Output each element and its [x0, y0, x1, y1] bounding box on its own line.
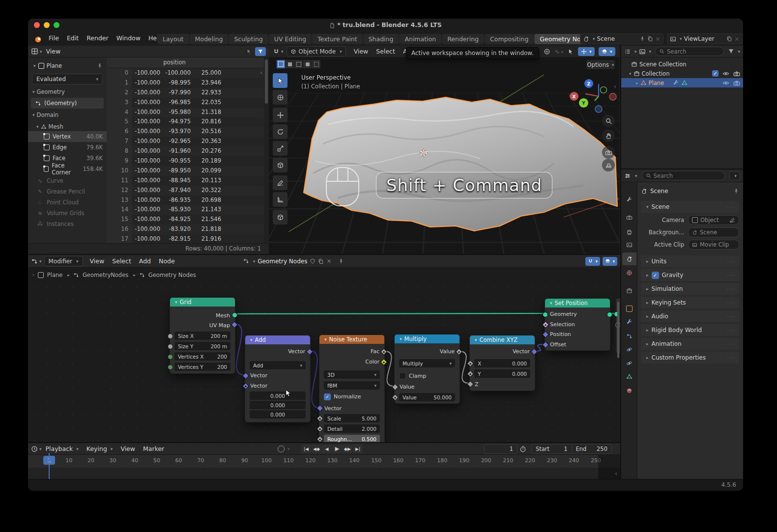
multiply-value-field[interactable]: Value50.000 [399, 393, 455, 401]
panel-simulation[interactable]: ▸Simulation···· [641, 283, 739, 295]
pin-icon[interactable] [338, 258, 344, 264]
camera-field[interactable]: Object [688, 215, 739, 225]
remove-viewlayer-icon[interactable] [734, 36, 740, 42]
node-tree-type-dropdown[interactable]: Modifier▾ [44, 256, 83, 266]
use-preview-range-icon[interactable] [519, 446, 526, 452]
domain-row-face-corner[interactable]: Face Corner158.4K [28, 164, 107, 174]
hide-eye-icon[interactable] [722, 80, 729, 86]
table-row[interactable]: 13-100.000-86.93520.698 [107, 196, 264, 205]
panel-scene[interactable]: ▾ Scene ···· [641, 201, 739, 213]
drag-handle-icon[interactable]: ···· [727, 314, 735, 319]
play-reverse-button[interactable]: ◀ [322, 445, 332, 453]
table-row[interactable]: 0-100.000-100.00025.000 [107, 68, 264, 78]
axis-neg-y-handle[interactable] [601, 87, 607, 93]
drag-handle-icon[interactable]: ···· [727, 286, 735, 292]
evaluation-state-dropdown[interactable]: Evaluated ▾ [32, 74, 103, 84]
table-row[interactable]: 8-100.000-91.96020.276 [107, 146, 264, 156]
fake-user-shield-icon[interactable] [310, 258, 316, 264]
new-tree-icon[interactable] [318, 258, 324, 264]
drag-handle-icon[interactable]: ···· [727, 259, 735, 264]
collection-checkbox[interactable]: ✓ [712, 70, 719, 77]
table-row[interactable]: 6-100.000-93.97020.516 [107, 127, 264, 137]
tab-modifiers[interactable] [622, 315, 636, 328]
breadcrumb-object[interactable]: Plane [47, 272, 63, 279]
workspace-tab-compositing[interactable]: Compositing [485, 34, 534, 44]
node-tree-selector[interactable]: ▾ Geometry Nodes [243, 258, 345, 265]
table-row[interactable]: 5-100.000-94.97520.816 [107, 117, 264, 127]
next-keyframe-button[interactable]: ◆▶ [343, 445, 352, 453]
socket-in-vertices-y[interactable] [168, 364, 173, 370]
node-vector-add[interactable]: ▾Add Vector Add▾ Vector Vector 0.000 0.0… [245, 335, 311, 422]
tab-output[interactable] [622, 225, 636, 238]
tab-render[interactable] [622, 211, 636, 224]
tool-scale[interactable] [273, 141, 288, 156]
drag-handle-icon[interactable]: ···· [727, 355, 735, 361]
render-visibility-icon[interactable] [733, 70, 740, 77]
table-row[interactable]: 17-100.000-82.91521.916 [107, 234, 264, 244]
noise-detail-field[interactable]: Detail2.000 [324, 424, 380, 433]
table-row[interactable]: 7-100.000-92.96520.363 [107, 137, 264, 146]
axis-y-handle[interactable]: Y [579, 98, 588, 108]
workspace-tab-texture-paint[interactable]: Texture Paint [312, 34, 363, 44]
section-domain[interactable]: ▾ Domain [28, 111, 107, 119]
gravity-checkbox[interactable]: ✓ [652, 272, 659, 279]
scene-selector[interactable]: ▾ Scene [580, 33, 663, 44]
drag-handle-icon[interactable]: ···· [727, 341, 735, 347]
orthographic-toggle-button[interactable] [602, 159, 615, 171]
breadcrumb-tree[interactable]: Geometry Nodes [148, 272, 196, 279]
auto-keying-button[interactable]: ▾ [278, 446, 290, 452]
node-editor-scrollbar[interactable] [617, 302, 619, 358]
section-mesh[interactable]: ▾ Mesh [28, 122, 107, 131]
noise-dimensions-dropdown[interactable]: 3D▾ [324, 370, 380, 379]
pin-icon[interactable] [97, 63, 103, 69]
overlays-toggle-button[interactable]: ▾ [578, 47, 595, 56]
filter-icon[interactable] [728, 48, 734, 55]
socket-in-size-x[interactable] [168, 334, 173, 339]
panel-keying-sets[interactable]: ▸Keying Sets···· [641, 297, 739, 308]
select-circle-button[interactable] [294, 60, 303, 68]
navigation-gizmo[interactable] [574, 73, 619, 117]
tab-material[interactable] [622, 384, 636, 397]
outliner-row-plane[interactable]: ▸ Plane [621, 78, 743, 87]
sidebar-collapse-icon[interactable]: ‹ [614, 83, 616, 90]
tool-transform[interactable] [273, 158, 288, 172]
outliner-editor-icon[interactable] [624, 48, 631, 55]
vector-z-field[interactable]: 0.000 [250, 392, 306, 400]
tab-constraints[interactable] [622, 357, 636, 369]
toolbar-toggle-icon[interactable]: › [32, 272, 34, 279]
render-visibility-icon[interactable] [733, 80, 740, 86]
menu-edit[interactable]: Edit [63, 33, 83, 43]
domain-row-edge[interactable]: Edge79.6K [28, 142, 107, 153]
tab-object[interactable] [622, 302, 636, 315]
outliner-row-collection[interactable]: ▾ Collection ✓ [621, 69, 743, 78]
noise-roughness-field[interactable]: Roughn...0.500 [324, 435, 380, 442]
new-scene-icon[interactable] [647, 36, 653, 42]
tool-measure[interactable] [273, 192, 288, 207]
modifier-wrench-icon[interactable] [673, 80, 679, 86]
jump-to-start-button[interactable]: |◀ [301, 445, 311, 453]
menu-select[interactable]: Select [108, 256, 135, 266]
timeline-editor-icon[interactable] [31, 446, 38, 452]
socket-in-geometry[interactable] [543, 312, 548, 317]
column-header-position[interactable]: position [132, 57, 217, 68]
section-geometry[interactable]: ▾ Geometry [28, 87, 107, 96]
node-noise-texture[interactable]: ▾Noise Texture Fac Color 3D▾ fBM▾ ✓Norma… [319, 335, 385, 442]
tab-world[interactable] [622, 266, 636, 279]
editor-type-icon[interactable] [273, 48, 280, 55]
vector-x-field[interactable]: 0.000 [250, 410, 306, 419]
table-row[interactable]: 15-100.000-84.92521.546 [107, 215, 264, 224]
panel-rigid-body-world[interactable]: ▸Rigid Body World···· [641, 324, 739, 336]
display-mode-icon[interactable] [639, 48, 646, 55]
falloff-curve-icon[interactable]: ∿▾ [554, 48, 563, 55]
start-frame-field[interactable]: Start1 [532, 446, 572, 452]
combine-x-field[interactable]: X0.000 [474, 359, 530, 367]
menu-view[interactable]: View [42, 47, 65, 56]
snapping-toggle-button[interactable]: ▾ [585, 257, 600, 266]
drag-handle-icon[interactable]: ···· [727, 204, 735, 210]
math-operation-dropdown[interactable]: Multiply▾ [399, 359, 455, 367]
overlays-toggle-button[interactable]: ▾ [603, 257, 617, 266]
tool-select-box[interactable] [273, 73, 288, 88]
shading-mode-button[interactable]: ▾ [599, 47, 615, 56]
viewlayer-selector[interactable]: ▾ ViewLayer [667, 33, 743, 44]
previous-keyframe-button[interactable]: ◀◆ [312, 445, 321, 453]
